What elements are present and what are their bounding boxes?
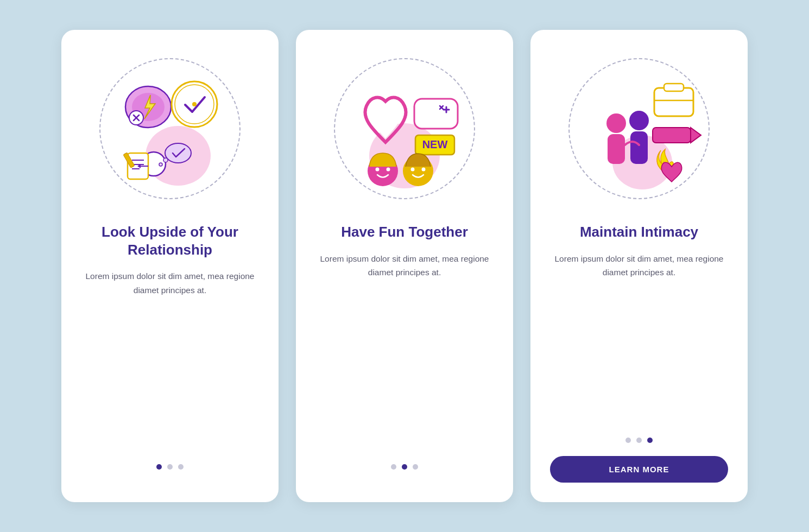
dot-2-1: [391, 464, 396, 470]
dot-1-3: [178, 464, 184, 470]
cards-container: Look Upside of Your Relationship Lorem i…: [61, 30, 748, 502]
card-maintain-intimacy: Maintain Intimacy Lorem ipsum dolor sit …: [530, 30, 748, 502]
svg-point-32: [422, 168, 426, 172]
learn-more-button[interactable]: LEARN MORE: [550, 456, 728, 483]
illustration-area-2: NEW: [323, 47, 486, 210]
svg-rect-39: [608, 134, 625, 164]
card1-illustration: [99, 58, 241, 199]
dot-1-active: [156, 464, 162, 470]
card-look-upside: Look Upside of Your Relationship Lorem i…: [61, 30, 279, 502]
card1-title: Look Upside of Your Relationship: [81, 223, 259, 258]
dot-1-2: [167, 464, 173, 470]
card3-illustration: [568, 58, 710, 199]
dot-2-active: [402, 464, 407, 470]
svg-rect-36: [653, 128, 691, 143]
svg-point-40: [629, 111, 649, 130]
svg-rect-33: [654, 88, 693, 116]
svg-point-38: [606, 113, 626, 133]
card2-dots: [391, 464, 418, 470]
card2-title: Have Fun Together: [341, 223, 468, 241]
card3-title: Maintain Intimacy: [580, 223, 698, 241]
card2-illustration: NEW: [334, 58, 475, 199]
card1-dots: [156, 464, 184, 470]
dot-2-3: [413, 464, 418, 470]
card3-body: Lorem ipsum dolor sit dim amet, mea regi…: [550, 252, 728, 350]
svg-point-29: [387, 168, 390, 172]
svg-point-17: [165, 143, 191, 163]
dot-3-1: [625, 438, 631, 443]
svg-rect-34: [664, 84, 684, 91]
svg-rect-41: [630, 131, 648, 164]
card-have-fun: NEW Have Fun Together Lorem ipsum do: [296, 30, 513, 502]
svg-point-31: [411, 168, 415, 172]
illustration-area-3: [558, 47, 720, 210]
svg-point-19: [159, 163, 162, 166]
svg-point-8: [192, 102, 197, 106]
svg-marker-37: [691, 128, 701, 143]
svg-point-28: [376, 168, 380, 172]
card1-body: Lorem ipsum dolor sit dim amet, mea regi…: [81, 269, 259, 372]
dot-3-active: [647, 438, 653, 443]
svg-text:NEW: NEW: [422, 138, 448, 150]
card2-body: Lorem ipsum dolor sit dim amet, mea regi…: [315, 252, 494, 363]
dot-3-2: [636, 438, 642, 443]
svg-point-18: [163, 158, 168, 162]
illustration-area-1: [89, 47, 251, 210]
card3-dots: [625, 438, 653, 443]
svg-rect-20: [414, 99, 458, 129]
